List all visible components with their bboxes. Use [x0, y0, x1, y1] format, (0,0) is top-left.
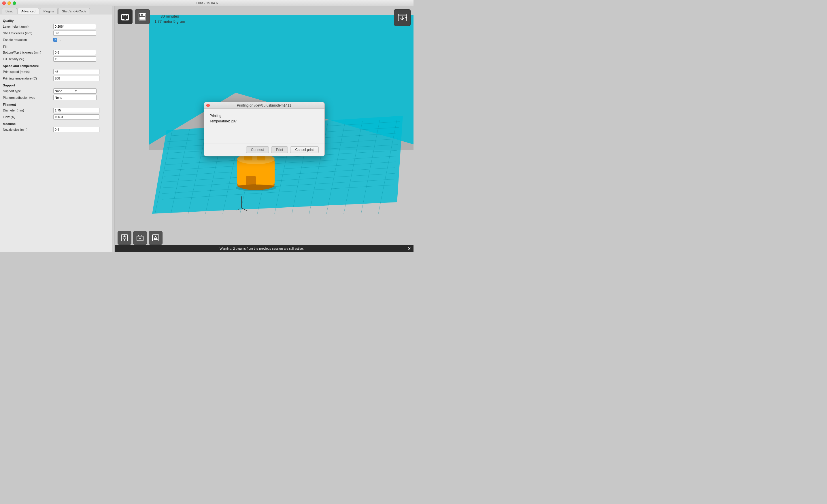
resize-handle[interactable]: [112, 6, 115, 252]
label-enable-retraction: Enable retraction: [3, 38, 53, 42]
tab-plugins[interactable]: Plugins: [40, 8, 58, 14]
section-quality-header: Quality: [3, 19, 109, 22]
label-platform-adhesion: Platform adhesion type: [3, 96, 53, 99]
checkbox-enable-retraction[interactable]: ✓: [53, 38, 57, 42]
tab-basic[interactable]: Basic: [2, 8, 17, 14]
modal-title: Printing on /dev/cu.usbmodem1411: [237, 103, 291, 107]
save-model-button[interactable]: [135, 9, 150, 24]
warning-text: Warning: 2 plugins from the previous ses…: [117, 247, 406, 250]
select-platform-adhesion[interactable]: None Brim Raft: [53, 95, 97, 100]
input-printing-temp[interactable]: [53, 76, 99, 81]
label-flow: Flow (%): [3, 115, 53, 119]
tab-start-end-gcode[interactable]: Start/End-GCode: [58, 8, 90, 14]
section-support-header: Support: [3, 84, 109, 87]
connect-button[interactable]: Connect: [246, 146, 269, 153]
input-fill-density[interactable]: [53, 56, 96, 62]
tool-button-2[interactable]: [133, 231, 147, 245]
section-speed-temp-header: Speed and Temperature: [3, 64, 109, 68]
close-button[interactable]: [2, 1, 6, 5]
modal-body: Printing Temperature: 207: [204, 109, 325, 143]
row-shell-thickness: Shell thickness (mm): [3, 30, 109, 36]
modal-status-line1: Printing: [210, 113, 319, 119]
section-machine-header: Machine: [3, 122, 109, 125]
left-panel: Basic Advanced Plugins Start/End-GCode Q…: [0, 6, 112, 252]
label-layer-height: Layer height (mm): [3, 25, 53, 28]
row-nozzle-size: Nozzle size (mm): [3, 127, 109, 133]
svg-rect-43: [122, 19, 125, 20]
modal-titlebar: Printing on /dev/cu.usbmodem1411: [204, 102, 325, 109]
tool-button-3[interactable]: [149, 231, 162, 245]
warning-close-button[interactable]: X: [408, 247, 410, 251]
print-info-block: 30 minutes 1.77 meter 5 gram: [154, 14, 185, 24]
tab-bar: Basic Advanced Plugins Start/End-GCode: [0, 6, 112, 14]
print-dialog: Printing on /dev/cu.usbmodem1411 Printin…: [204, 102, 325, 156]
toolbar-bottom: [117, 231, 162, 245]
label-bottom-top-thickness: Bottom/Top thickness (mm): [3, 51, 53, 54]
print-material: 1.77 meter 5 gram: [154, 19, 185, 24]
window-title: Cura - 15.04.6: [196, 1, 218, 5]
label-support-type: Support type: [3, 89, 53, 93]
toolbar-top: 30 minutes 1.77 meter 5 gram: [117, 9, 185, 24]
input-bottom-top-thickness[interactable]: [53, 50, 96, 55]
input-shell-thickness[interactable]: [53, 31, 96, 36]
section-fill-header: Fill: [3, 45, 109, 48]
label-printing-temp: Printing temperature (C): [3, 77, 53, 80]
label-print-speed: Print speed (mm/s): [3, 70, 53, 73]
input-flow[interactable]: [53, 114, 99, 119]
row-flow: Flow (%): [3, 114, 109, 120]
input-diameter[interactable]: [53, 108, 99, 113]
load-model-button[interactable]: [117, 9, 133, 24]
input-print-speed[interactable]: [53, 69, 99, 74]
row-platform-adhesion: Platform adhesion type None Brim Raft ▼ …: [3, 95, 109, 101]
svg-point-53: [123, 237, 126, 239]
minimize-button[interactable]: [7, 1, 11, 5]
input-nozzle-size[interactable]: [53, 127, 99, 132]
modal-footer: Connect Print Cancel print: [204, 143, 325, 156]
select-support-type[interactable]: None Touching buildplate Everywhere: [53, 88, 97, 94]
section-filament-header: Filament: [3, 103, 109, 106]
input-layer-height[interactable]: [53, 24, 96, 29]
settings-icon-button[interactable]: [394, 9, 410, 26]
3d-viewport: 30 minutes 1.77 meter 5 gram: [115, 6, 414, 252]
row-layer-height: Layer height (mm): [3, 23, 109, 30]
maximize-button[interactable]: [13, 1, 16, 5]
window-controls[interactable]: [2, 1, 16, 5]
row-printing-temp: Printing temperature (C): [3, 75, 109, 81]
label-shell-thickness: Shell thickness (mm): [3, 32, 53, 35]
main-layout: Basic Advanced Plugins Start/End-GCode Q…: [0, 6, 414, 252]
row-enable-retraction: Enable retraction ✓ ...: [3, 37, 109, 43]
select-wrap-platform-adhesion: None Brim Raft ▼: [53, 95, 64, 100]
row-bottom-top-thickness: Bottom/Top thickness (mm): [3, 50, 109, 55]
row-diameter: Diameter (mm): [3, 107, 109, 113]
svg-point-37: [236, 184, 276, 191]
select-wrap-support-type: None Touching buildplate Everywhere ▼: [53, 88, 84, 94]
settings-form: Quality Layer height (mm) Shell thicknes…: [0, 14, 112, 252]
titlebar: Cura - 15.04.6: [0, 0, 414, 6]
label-nozzle-size: Nozzle size (mm): [3, 128, 53, 131]
tab-advanced[interactable]: Advanced: [17, 8, 39, 14]
fill-density-dots[interactable]: ...: [97, 57, 100, 61]
svg-rect-48: [140, 17, 145, 19]
row-print-speed: Print speed (mm/s): [3, 69, 109, 74]
label-fill-density: Fill Density (%): [3, 57, 53, 61]
viewport-area: 30 minutes 1.77 meter 5 gram: [115, 6, 414, 252]
warning-bar: Warning: 2 plugins from the previous ses…: [115, 245, 414, 252]
svg-rect-47: [141, 14, 143, 15]
print-button[interactable]: Print: [271, 146, 288, 153]
print-time: 30 minutes: [154, 14, 185, 19]
modal-close-button[interactable]: [206, 104, 210, 107]
modal-status-line2: Temperature: 207: [210, 119, 319, 124]
tool-button-1[interactable]: [117, 231, 131, 245]
row-fill-density: Fill Density (%) ...: [3, 56, 109, 62]
label-diameter: Diameter (mm): [3, 109, 53, 112]
svg-rect-44: [126, 19, 128, 20]
retraction-dots[interactable]: ...: [58, 38, 61, 42]
cancel-print-button[interactable]: Cancel print: [290, 146, 319, 153]
row-support-type: Support type None Touching buildplate Ev…: [3, 88, 109, 94]
